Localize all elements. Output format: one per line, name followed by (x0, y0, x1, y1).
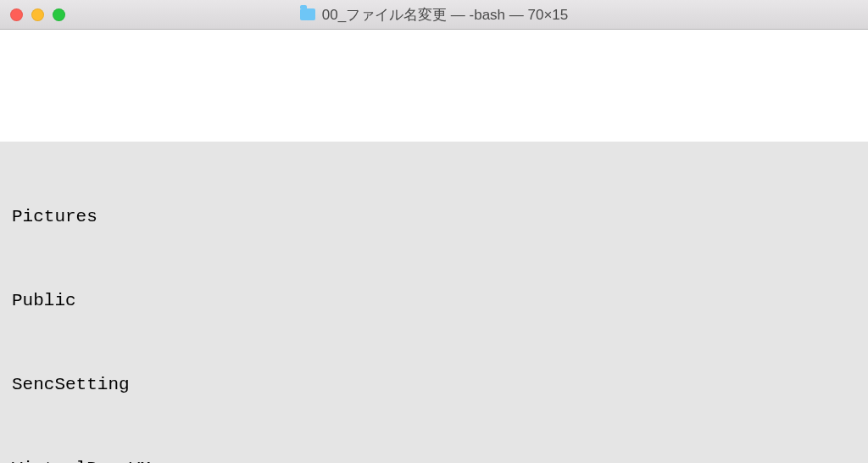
window-titlebar[interactable]: 00_ファイル名変更 — -bash — 70×15 (0, 0, 868, 30)
terminal[interactable]: Pictures Public SencSetting VirtualBox V… (0, 30, 868, 463)
window-title: 00_ファイル名変更 — -bash — 70×15 (300, 1, 569, 29)
terminal-line: Public (12, 287, 856, 315)
window-controls (10, 0, 65, 29)
window-title-text: 00_ファイル名変更 — -bash — 70×15 (322, 1, 569, 29)
close-icon[interactable] (10, 8, 23, 21)
minimize-icon[interactable] (31, 8, 44, 21)
zoom-icon[interactable] (53, 8, 65, 21)
terminal-line: VirtualBox VMs (12, 455, 856, 463)
folder-icon (300, 8, 315, 20)
terminal-line: Pictures (12, 203, 856, 231)
terminal-line: SencSetting (12, 371, 856, 399)
terminal-scrollback: Pictures Public SencSetting VirtualBox V… (0, 142, 868, 463)
